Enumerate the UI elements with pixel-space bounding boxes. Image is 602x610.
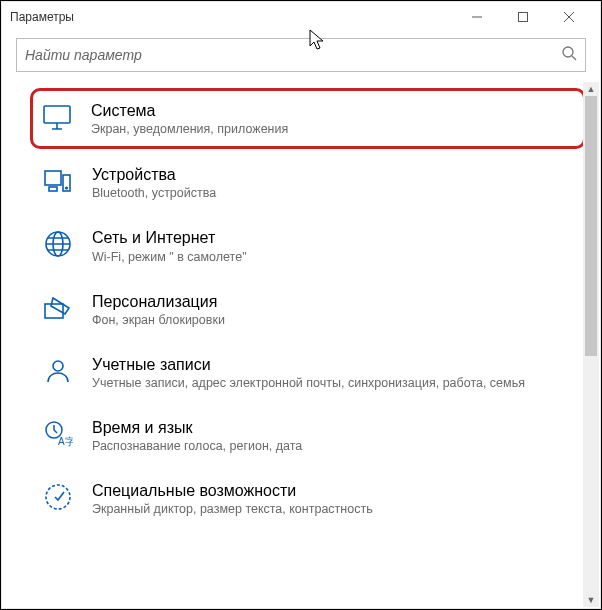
settings-item-accounts[interactable]: Учетные записи Учетные записи, адрес эле… [2,341,600,404]
scrollbar[interactable]: ▲ ▼ [583,82,599,607]
item-text: Время и язык Распознавание голоса, регио… [92,418,580,453]
item-title: Устройства [92,165,580,184]
svg-rect-5 [49,187,57,191]
item-title: Персонализация [92,292,580,311]
search-input[interactable] [25,47,561,63]
svg-point-13 [46,485,70,509]
accessibility-icon [42,481,74,513]
item-text: Учетные записи Учетные записи, адрес эле… [92,355,580,390]
item-subtitle: Wi-Fi, режим " в самолете" [92,250,580,264]
item-text: Система Экран, уведомления, приложения [91,101,577,136]
minimize-button[interactable] [454,2,500,32]
item-subtitle: Экран, уведомления, приложения [91,122,577,136]
item-title: Учетные записи [92,355,580,374]
settings-window: Параметры Система [1,1,601,609]
time-language-icon: A字 [42,418,74,450]
svg-rect-3 [45,171,61,185]
item-text: Сеть и Интернет Wi-Fi, режим " в самолет… [92,228,580,263]
settings-item-accessibility[interactable]: Специальные возможности Экранный диктор,… [2,467,600,530]
close-button[interactable] [546,2,592,32]
search-container [2,32,600,82]
svg-point-6 [66,187,68,189]
svg-point-1 [563,47,573,57]
item-title: Время и язык [92,418,580,437]
window-controls [454,2,592,32]
item-subtitle: Фон, экран блокировки [92,313,580,327]
item-text: Специальные возможности Экранный диктор,… [92,481,580,516]
settings-item-network[interactable]: Сеть и Интернет Wi-Fi, режим " в самолет… [2,214,600,277]
search-icon [561,45,577,65]
settings-item-personalization[interactable]: Персонализация Фон, экран блокировки [2,278,600,341]
item-text: Устройства Bluetooth, устройства [92,165,580,200]
item-subtitle: Bluetooth, устройства [92,186,580,200]
item-subtitle: Распознавание голоса, регион, дата [92,439,580,453]
account-icon [42,355,74,387]
settings-item-devices[interactable]: Устройства Bluetooth, устройства [2,151,600,214]
window-title: Параметры [10,10,74,24]
scroll-down-arrow[interactable]: ▼ [583,593,599,607]
scroll-up-arrow[interactable]: ▲ [583,82,599,96]
devices-icon [42,165,74,197]
titlebar: Параметры [2,2,600,32]
svg-text:A字: A字 [58,436,73,447]
personalize-icon [42,292,74,324]
item-title: Система [91,101,577,120]
settings-list: Система Экран, уведомления, приложения У… [2,82,600,606]
item-subtitle: Экранный диктор, размер текста, контраст… [92,502,580,516]
item-title: Сеть и Интернет [92,228,580,247]
item-text: Персонализация Фон, экран блокировки [92,292,580,327]
settings-item-system[interactable]: Система Экран, уведомления, приложения [30,88,586,149]
search-box[interactable] [16,38,586,72]
maximize-button[interactable] [500,2,546,32]
svg-rect-2 [44,106,70,123]
scroll-thumb[interactable] [585,96,597,356]
settings-item-time-language[interactable]: A字 Время и язык Распознавание голоса, ре… [2,404,600,467]
item-title: Специальные возможности [92,481,580,500]
svg-rect-0 [519,13,528,22]
item-subtitle: Учетные записи, адрес электронной почты,… [92,376,580,390]
globe-icon [42,228,74,260]
svg-point-10 [53,361,63,371]
monitor-icon [41,101,73,133]
